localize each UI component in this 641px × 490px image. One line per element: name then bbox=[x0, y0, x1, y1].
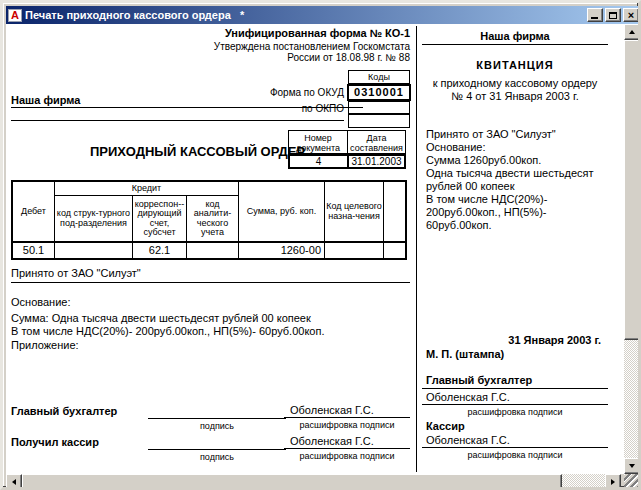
basis-label: Основание: bbox=[11, 296, 70, 308]
chief-name-line bbox=[284, 417, 410, 418]
scroll-left-button[interactable] bbox=[6, 474, 22, 490]
vertical-scroll-track[interactable] bbox=[624, 340, 640, 458]
vertical-scrollbar[interactable] bbox=[624, 24, 640, 474]
okpo-label: по ОКПО bbox=[206, 103, 344, 114]
receipt-basis-label: Основание: bbox=[426, 141, 485, 153]
col-purpose-code: Код целевого назна-­чения bbox=[325, 182, 384, 242]
receipt-date: 31 Января 2003 г. bbox=[508, 334, 601, 346]
horizontal-scrollbar[interactable] bbox=[6, 474, 621, 490]
signature-caption: подпись bbox=[148, 421, 286, 431]
form-receipt-divider bbox=[416, 26, 417, 472]
window-title: Печать приходного кассового ордера * bbox=[25, 9, 587, 21]
close-button[interactable]: × bbox=[623, 8, 639, 22]
receipt-chief-name-line bbox=[422, 404, 608, 405]
doc-number-header: Номер документа bbox=[288, 130, 347, 154]
print-preview-window: A Печать приходного кассового ордера * ×… bbox=[0, 0, 641, 490]
cell-corr: 62.1 bbox=[133, 242, 187, 258]
transcript-caption: расшифровка подписи bbox=[284, 420, 410, 430]
cell-purpose bbox=[325, 242, 384, 258]
document-preview: Унифицированная форма № КО-1 Утверждена … bbox=[6, 24, 624, 474]
receipt-chief-line bbox=[422, 388, 608, 389]
codes-box-label: Коды bbox=[348, 70, 410, 84]
receipt-cashier-name-line bbox=[422, 447, 608, 448]
unified-form-label: Унифицированная форма № КО-1 bbox=[11, 27, 410, 39]
receipt-sum-words: Одна тысяча двести шестьдесят рублей 00 … bbox=[426, 167, 606, 193]
empty-code-box bbox=[348, 114, 410, 128]
col-corr-account: корреспон-­дирующий счет, субсчет bbox=[133, 196, 187, 242]
col-struct-code: код струк­-турного под-­разделения bbox=[55, 196, 133, 242]
doc-date-header: Дата составления bbox=[347, 130, 406, 154]
cashier-name: Оболенская Г.С. bbox=[290, 435, 374, 447]
receipt-title: КВИТАНЦИЯ bbox=[419, 59, 611, 71]
cell-analytic bbox=[187, 242, 239, 258]
okud-label: Форма по ОКУД bbox=[206, 87, 344, 98]
horizontal-scroll-thumb[interactable] bbox=[22, 474, 562, 490]
vertical-scroll-thumb[interactable] bbox=[624, 40, 640, 340]
cell-extra bbox=[384, 242, 405, 258]
scroll-up-icon bbox=[629, 30, 635, 34]
chief-accountant-label: Главный бухгалтер bbox=[11, 405, 117, 417]
approved-line2: России от 18.08.98 г. № 88 bbox=[11, 52, 410, 63]
col-analytic-code: код аналити­-ческого учета bbox=[187, 196, 239, 242]
accepted-from-underline bbox=[11, 282, 410, 283]
doc-date-value: 31.01.2003 bbox=[347, 154, 406, 169]
receipt-org-name: Наша фирма bbox=[419, 30, 611, 42]
receipt-subtitle-2: № 4 от 31 Января 2003 г. bbox=[419, 90, 611, 102]
attachment-label: Приложение: bbox=[11, 339, 79, 351]
organization-line bbox=[11, 107, 363, 108]
col-credit: Кредит bbox=[55, 182, 239, 196]
maximize-icon bbox=[609, 12, 617, 19]
app-icon: A bbox=[8, 9, 22, 22]
receipt-cashier-label: Кассир bbox=[426, 420, 465, 432]
cell-struct bbox=[55, 242, 133, 258]
transcript-caption: расшифровка подписи bbox=[419, 407, 611, 417]
cashier-label: Получил кассир bbox=[11, 436, 99, 448]
cell-sum: 1260-00 bbox=[239, 242, 325, 258]
scroll-down-button[interactable] bbox=[624, 458, 640, 474]
signature-caption: подпись bbox=[148, 452, 286, 462]
transcript-caption: расшифровка подписи bbox=[284, 451, 410, 461]
close-icon: × bbox=[628, 10, 634, 20]
receipt-cashier-name: Оболенская Г.С. bbox=[426, 434, 510, 446]
okud-value-box: 0310001 bbox=[347, 84, 411, 101]
cell-debit: 50.1 bbox=[13, 242, 55, 258]
cashier-signature-line bbox=[148, 449, 286, 450]
scroll-right-icon bbox=[611, 479, 615, 485]
col-debit: Дебет bbox=[13, 182, 55, 242]
receipt-sum-line: Сумма 1260руб.00коп. bbox=[426, 154, 541, 166]
col-sum: Сумма, руб. коп. bbox=[239, 182, 325, 242]
subdivision-line bbox=[11, 120, 344, 121]
accepted-from-line: Принято от ЗАО "Силуэт" bbox=[11, 267, 141, 279]
receipt-panel: Наша фирма КВИТАНЦИЯ к приходному кассов… bbox=[419, 24, 611, 474]
approved-line1: Утверждена постановлением Госкомстата bbox=[11, 41, 410, 52]
minimize-button[interactable] bbox=[587, 8, 603, 22]
receipt-subtitle-1: к приходному кассовому ордеру bbox=[419, 77, 611, 89]
resize-grip[interactable] bbox=[624, 474, 641, 490]
receipt-org-line bbox=[422, 44, 608, 45]
tax-line: В том числе НДС(20%)- 200руб.00коп., НП(… bbox=[11, 325, 324, 337]
accounting-table: Дебет Кредит код струк­-турного под-­раз… bbox=[11, 180, 407, 260]
organization-name: Наша фирма bbox=[11, 94, 80, 106]
scroll-left-icon bbox=[12, 479, 16, 485]
maximize-button[interactable] bbox=[605, 8, 621, 22]
scroll-up-button[interactable] bbox=[624, 24, 640, 40]
receipt-stamp: М. П. (штампа) bbox=[426, 348, 504, 360]
doc-number-value: 4 bbox=[288, 154, 347, 169]
titlebar[interactable]: A Печать приходного кассового ордера * × bbox=[6, 6, 641, 24]
sum-in-words: Сумма: Одна тысяча двести шестьдесят руб… bbox=[11, 312, 311, 324]
scroll-down-icon bbox=[629, 464, 635, 468]
col-extra bbox=[384, 182, 405, 242]
receipt-chief-name: Оболенская Г.С. bbox=[426, 391, 510, 403]
horizontal-scroll-track[interactable] bbox=[562, 474, 605, 490]
minimize-icon bbox=[591, 17, 598, 19]
receipt-tax-line: В том числе НДС(20%)- 200руб.00коп., НП(… bbox=[426, 193, 566, 232]
order-title: ПРИХОДНЫЙ КАССОВЫЙ ОРДЕР bbox=[90, 144, 305, 159]
chief-signature-line bbox=[148, 418, 286, 419]
receipt-accepted-from: Принято от ЗАО "Силуэт" bbox=[426, 128, 556, 140]
scroll-right-button[interactable] bbox=[605, 474, 621, 490]
window-controls: × bbox=[587, 8, 639, 22]
receipt-chief-label: Главный бухгалтер bbox=[426, 374, 532, 386]
cashier-name-line bbox=[284, 448, 410, 449]
transcript-caption: расшифровка подписи bbox=[419, 450, 611, 460]
doc-number-table: Номер документа Дата составления 4 31.01… bbox=[288, 130, 406, 169]
